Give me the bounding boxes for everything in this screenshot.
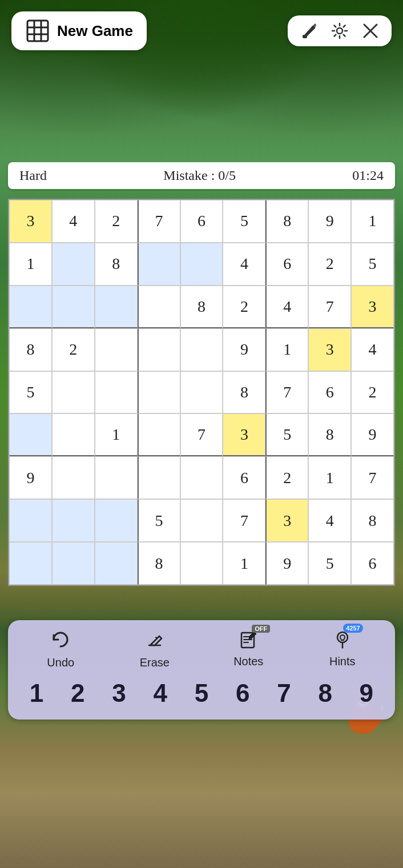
cell-r8-c8[interactable]: 6 bbox=[351, 542, 394, 585]
cell-r3-c1[interactable]: 2 bbox=[52, 328, 95, 371]
cell-r6-c6[interactable]: 2 bbox=[265, 456, 308, 499]
cell-r1-c5[interactable]: 4 bbox=[223, 243, 265, 286]
cell-r1-c7[interactable]: 2 bbox=[308, 243, 351, 286]
cell-r7-c4[interactable] bbox=[180, 499, 223, 542]
cell-r4-c6[interactable]: 7 bbox=[265, 371, 308, 414]
cell-r1-c0[interactable]: 1 bbox=[9, 243, 52, 286]
cell-r6-c7[interactable]: 1 bbox=[308, 456, 351, 499]
cell-r0-c0[interactable]: 3 bbox=[9, 200, 52, 243]
cell-r5-c7[interactable]: 8 bbox=[308, 413, 351, 456]
cell-r7-c5[interactable]: 7 bbox=[223, 499, 265, 542]
cell-r1-c3[interactable] bbox=[138, 243, 180, 286]
cell-r6-c8[interactable]: 7 bbox=[351, 456, 394, 499]
cell-r7-c2[interactable] bbox=[95, 499, 138, 542]
cell-r4-c7[interactable]: 6 bbox=[308, 371, 351, 414]
cell-r3-c5[interactable]: 9 bbox=[223, 328, 265, 371]
cell-r7-c6[interactable]: 3 bbox=[265, 499, 308, 542]
num-button-2[interactable]: 2 bbox=[66, 678, 89, 708]
cell-r5-c0[interactable] bbox=[9, 413, 52, 456]
cell-r8-c2[interactable] bbox=[95, 542, 138, 585]
num-button-4[interactable]: 4 bbox=[149, 678, 172, 708]
cell-r5-c2[interactable]: 1 bbox=[95, 413, 138, 456]
cell-r2-c2[interactable] bbox=[95, 286, 138, 328]
cell-r0-c3[interactable]: 7 bbox=[138, 200, 180, 243]
cell-r0-c6[interactable]: 8 bbox=[265, 200, 308, 243]
undo-button[interactable]: Undo bbox=[38, 629, 83, 669]
bottom-panel: Undo Erase OFF bbox=[8, 620, 395, 720]
cell-r3-c7[interactable]: 3 bbox=[308, 328, 351, 371]
notes-button[interactable]: OFF Notes bbox=[225, 629, 271, 669]
cell-r8-c3[interactable]: 8 bbox=[138, 542, 180, 585]
cell-r1-c6[interactable]: 6 bbox=[265, 243, 308, 286]
paint-button[interactable] bbox=[299, 21, 319, 41]
cell-r8-c6[interactable]: 9 bbox=[265, 542, 308, 585]
cell-r8-c7[interactable]: 5 bbox=[308, 542, 351, 585]
cell-r1-c4[interactable] bbox=[180, 243, 223, 286]
cell-r3-c2[interactable] bbox=[95, 328, 138, 371]
cell-r4-c8[interactable]: 2 bbox=[351, 371, 394, 414]
cell-r3-c4[interactable] bbox=[180, 328, 223, 371]
settings-button[interactable] bbox=[330, 21, 349, 41]
num-button-3[interactable]: 3 bbox=[107, 678, 130, 708]
cell-r0-c5[interactable]: 5 bbox=[223, 200, 265, 243]
cell-r5-c4[interactable]: 7 bbox=[180, 413, 223, 456]
cell-r3-c3[interactable] bbox=[138, 328, 180, 371]
cell-r1-c2[interactable]: 8 bbox=[95, 243, 138, 286]
cell-r2-c6[interactable]: 4 bbox=[265, 286, 308, 328]
erase-button[interactable]: Erase bbox=[132, 629, 178, 669]
cell-r5-c6[interactable]: 5 bbox=[265, 413, 308, 456]
cell-r2-c1[interactable] bbox=[52, 286, 95, 328]
num-button-8[interactable]: 8 bbox=[313, 678, 336, 708]
cell-r1-c1[interactable] bbox=[52, 243, 95, 286]
cell-r8-c5[interactable]: 1 bbox=[223, 542, 265, 585]
num-button-5[interactable]: 5 bbox=[190, 678, 213, 708]
hints-button[interactable]: 4257 Hints bbox=[320, 629, 365, 669]
num-button-7[interactable]: 7 bbox=[272, 678, 295, 708]
erase-icon bbox=[144, 629, 165, 653]
cell-r8-c0[interactable] bbox=[9, 542, 52, 585]
cell-r1-c8[interactable]: 5 bbox=[351, 243, 394, 286]
cell-r7-c0[interactable] bbox=[9, 499, 52, 542]
cell-r0-c2[interactable]: 2 bbox=[95, 200, 138, 243]
cell-r6-c3[interactable] bbox=[138, 456, 180, 499]
cell-r6-c0[interactable]: 9 bbox=[9, 456, 52, 499]
new-game-button[interactable]: New Game bbox=[11, 11, 147, 50]
cell-r2-c5[interactable]: 2 bbox=[223, 286, 265, 328]
cell-r6-c4[interactable] bbox=[180, 456, 223, 499]
cell-r2-c7[interactable]: 7 bbox=[308, 286, 351, 328]
cell-r3-c6[interactable]: 1 bbox=[265, 328, 308, 371]
cell-r5-c8[interactable]: 9 bbox=[351, 413, 394, 456]
cell-r7-c7[interactable]: 4 bbox=[308, 499, 351, 542]
cell-r2-c4[interactable]: 8 bbox=[180, 286, 223, 328]
cell-r5-c1[interactable] bbox=[52, 413, 95, 456]
cell-r5-c5[interactable]: 3 bbox=[223, 413, 265, 456]
cell-r2-c8[interactable]: 3 bbox=[351, 286, 394, 328]
cell-r4-c4[interactable] bbox=[180, 371, 223, 414]
cell-r7-c1[interactable] bbox=[52, 499, 95, 542]
cell-r4-c5[interactable]: 8 bbox=[223, 371, 265, 414]
num-button-1[interactable]: 1 bbox=[25, 678, 48, 708]
cell-r3-c0[interactable]: 8 bbox=[9, 328, 52, 371]
cell-r7-c8[interactable]: 8 bbox=[351, 499, 394, 542]
cell-r6-c1[interactable] bbox=[52, 456, 95, 499]
cell-r0-c7[interactable]: 9 bbox=[308, 200, 351, 243]
cell-r4-c1[interactable] bbox=[52, 371, 95, 414]
num-button-6[interactable]: 6 bbox=[231, 678, 254, 708]
cell-r6-c5[interactable]: 6 bbox=[223, 456, 265, 499]
cell-r8-c4[interactable] bbox=[180, 542, 223, 585]
cell-r4-c0[interactable]: 5 bbox=[9, 371, 52, 414]
cell-r4-c3[interactable] bbox=[138, 371, 180, 414]
cell-r2-c0[interactable] bbox=[9, 286, 52, 328]
num-button-9[interactable]: 9 bbox=[355, 678, 378, 708]
cell-r0-c8[interactable]: 1 bbox=[351, 200, 394, 243]
cell-r2-c3[interactable] bbox=[138, 286, 180, 328]
cell-r4-c2[interactable] bbox=[95, 371, 138, 414]
cell-r7-c3[interactable]: 5 bbox=[138, 499, 180, 542]
cell-r5-c3[interactable] bbox=[138, 413, 180, 456]
cell-r0-c1[interactable]: 4 bbox=[52, 200, 95, 243]
cell-r0-c4[interactable]: 6 bbox=[180, 200, 223, 243]
cell-r6-c2[interactable] bbox=[95, 456, 138, 499]
cell-r3-c8[interactable]: 4 bbox=[351, 328, 394, 371]
close-button[interactable] bbox=[361, 21, 380, 41]
cell-r8-c1[interactable] bbox=[52, 542, 95, 585]
